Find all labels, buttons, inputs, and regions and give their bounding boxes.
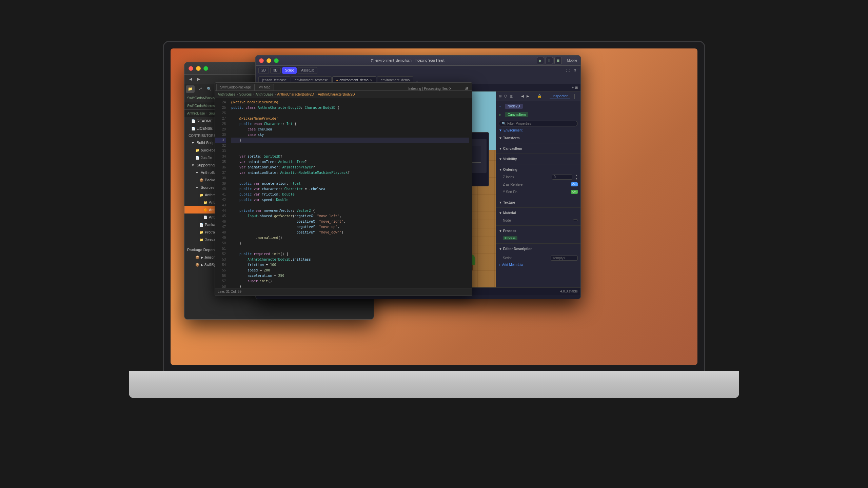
code-editor-panel: SwiftGodot-Package My Mac Indexing | Pro… (215, 82, 472, 296)
tab-inspector[interactable]: Inspector (550, 93, 570, 99)
add-file-btn[interactable]: + (572, 86, 574, 89)
inspector-filter-row: 🔍 (496, 119, 580, 128)
code-text[interactable]: @NativeHandleDiscarding public class Ant… (229, 98, 472, 288)
editor-breadcrumb: AnthroBase › Sources › AnthroBase › Anth… (215, 91, 472, 98)
inspector-node-info: ○ Node2D ○ CanvasItem (496, 101, 580, 119)
editor-tab-bar: SwiftGodot-Package My Mac Indexing | Pro… (215, 83, 472, 91)
play-button[interactable]: ▶ (537, 57, 544, 64)
y-sort-row: Y Sort En. On (496, 188, 580, 196)
editor-description-header[interactable]: ▼ Editor Description (496, 245, 580, 252)
folder-icon: 📁 (195, 148, 199, 152)
inspector-back-icon[interactable]: ◀ (521, 93, 524, 99)
version-label: 4.0.3.stable (560, 289, 578, 293)
fullscreen-button[interactable] (203, 66, 208, 71)
process-section: ▼ Process Process (496, 226, 580, 244)
material-section: ▼ Material Node (496, 208, 580, 226)
pause-button[interactable]: ⏸ (546, 57, 553, 64)
node-type-badge: Node2D (505, 104, 523, 109)
editor-statusbar: Line: 31 Col: 59 (215, 288, 472, 295)
mode-2d[interactable]: 2D (258, 67, 269, 74)
editor-description-section: ▼ Editor Description (496, 244, 580, 254)
inspector-toolbar-icon-3[interactable]: ◫ (510, 93, 513, 99)
pkg-jenson-icon: 📦 (195, 256, 199, 259)
z-index-input[interactable] (552, 175, 572, 180)
jenson-icon: 📁 (199, 238, 203, 242)
ordering-section: ▼ Ordering Z Index ▲ ▼ Z as Relative (496, 164, 580, 197)
editor-tab-mymac[interactable]: My Mac (255, 84, 274, 90)
z-relative-row: Z as Relative On (496, 181, 580, 188)
godot-fullscreen-button[interactable] (274, 58, 279, 63)
material-header[interactable]: ▼ Material (496, 209, 580, 217)
editor-tab-swiftgodot[interactable]: SwiftGodot-Package (216, 84, 255, 90)
process-badge-row: Process (496, 235, 580, 242)
desktop-background: Indexing Your Heart ◀ ▶ futurerun15.9-ma… (171, 48, 697, 365)
editor-add-tab[interactable]: + (454, 86, 462, 90)
material-node-row: Node (496, 217, 580, 224)
laptop-base (129, 371, 739, 398)
process-header[interactable]: ▼ Process (496, 227, 580, 235)
godot-close-button[interactable] (259, 58, 264, 63)
justfile-icon: 📄 (195, 156, 199, 160)
anthro-folder-icon: 📁 (199, 193, 203, 197)
maximize-icon[interactable]: ⛶ (565, 67, 571, 74)
z-index-up[interactable]: ▲ (575, 174, 578, 177)
expand-sources-icon: ▼ (195, 186, 199, 189)
editor-split-icon[interactable]: ⊞ (462, 86, 471, 90)
stop-button[interactable]: ⏹ (554, 57, 562, 64)
mode-assetlib[interactable]: AssetLib (298, 67, 317, 74)
visibility-header[interactable]: ▼ Visibility (496, 155, 580, 163)
inspector-lock-icon[interactable]: 🔒 (537, 93, 541, 99)
readme-icon: 📄 (191, 119, 195, 123)
godot-minimize-button[interactable] (267, 58, 271, 63)
godot-toolbar-icons: ⛶ ⚙ (565, 67, 578, 74)
platform-selector[interactable]: Mobile (567, 59, 577, 62)
search-nav-icon[interactable]: 🔍 (205, 85, 214, 93)
git-nav-icon[interactable]: ⎇ (195, 85, 204, 93)
breadcrumb-swift-godot: SwiftGodot-Package (187, 96, 218, 100)
inspector-toolbar-icon-2[interactable]: ⬡ (504, 93, 507, 99)
protractor-icon: 📁 (199, 230, 203, 234)
inspector-tabs-bar: ⊞ ⬡ ◫ ◀ ▶ 🔒 Inspector | Node (496, 92, 580, 101)
script-row: Script <empty> (496, 254, 580, 262)
expand-anthro-icon: ▼ (195, 171, 199, 175)
godot-window-title: (*) environment_demo.tscn - Indexing You… (281, 59, 534, 62)
godot-mode-bar: 2D 3D Script AssetLib ⛶ ⚙ (256, 66, 580, 75)
forward-icon[interactable]: ▶ (195, 76, 202, 83)
minimize-button[interactable] (196, 66, 201, 71)
play-controls: ▶ ⏸ ⏹ (537, 57, 562, 64)
pkg-swift-icon: 📦 (195, 263, 199, 267)
package-icon: 📦 (199, 178, 203, 182)
transform-header[interactable]: ▼ Transform (496, 134, 580, 142)
canvas-item-section: ▼ CanvasItem (496, 143, 580, 154)
expand-icon: ▼ (191, 141, 195, 145)
add-metadata-button[interactable]: + Add Metadata (496, 262, 580, 268)
texture-section: ▼ Texture (496, 197, 580, 208)
folder-nav-icon[interactable]: 📁 (186, 85, 195, 93)
z-index-row: Z Index ▲ ▼ (496, 173, 580, 181)
z-relative-toggle[interactable]: On (571, 182, 578, 186)
settings-icon[interactable]: ⚙ (572, 67, 578, 74)
mode-3d[interactable]: 3D (270, 67, 281, 74)
close-button[interactable] (189, 66, 193, 71)
line-col-status: Line: 31 Col: 59 (218, 290, 241, 293)
y-sort-toggle[interactable]: On (571, 190, 578, 194)
ordering-header[interactable]: ▼ Ordering (496, 166, 580, 173)
visibility-section: ▼ Visibility (496, 154, 580, 164)
script-dropdown[interactable]: <empty> (551, 256, 578, 261)
mode-script[interactable]: Script (282, 67, 297, 74)
back-icon[interactable]: ◀ (187, 76, 194, 83)
texture-header[interactable]: ▼ Texture (496, 199, 580, 206)
tab-node[interactable]: Node (578, 94, 580, 99)
editor-extras: Indexing | Processing files ⟳ (406, 87, 454, 90)
anthro-nested-icon: 📁 (203, 201, 208, 204)
nav-layout-btn[interactable]: ⊞ (575, 86, 578, 89)
code-content-area: 2425262728 293031 3233343536 3738394041 … (215, 98, 472, 288)
canvas-item-header[interactable]: ▼ CanvasItem (496, 145, 580, 152)
inspector-forward-icon[interactable]: ▶ (527, 93, 529, 99)
env-section-header[interactable]: ▼ Environment (496, 128, 580, 133)
inspector-toolbar-icon-1[interactable]: ⊞ (499, 93, 501, 99)
resolved-icon: 📄 (199, 223, 203, 227)
filter-properties-input[interactable] (507, 122, 575, 125)
z-index-down[interactable]: ▼ (575, 177, 578, 180)
swift-file-icon: 🔶 (203, 208, 208, 212)
